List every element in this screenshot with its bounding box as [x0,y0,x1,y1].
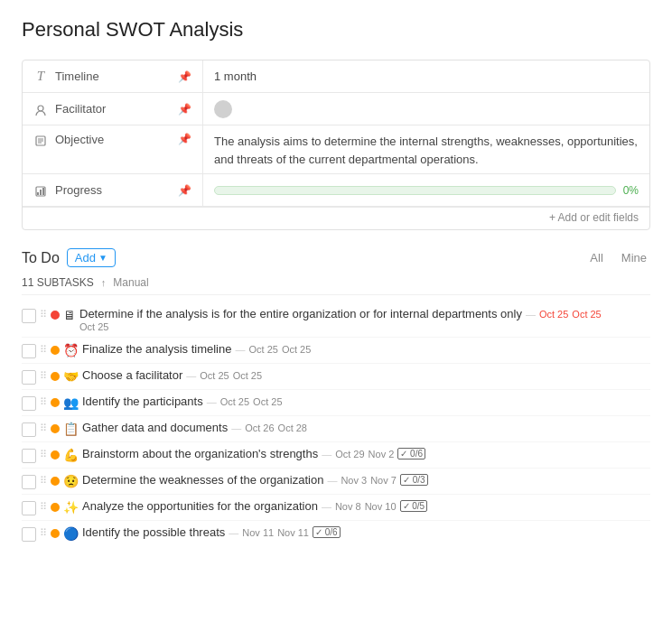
add-button[interactable]: Add ▼ [67,248,116,267]
subtasks-info: 11 SUBTASKS ↑ Manual [22,276,650,295]
subtask-checkbox-info: ✓ 0/6 [313,526,341,538]
status-dot [51,398,60,407]
task-name[interactable]: Finalize the analysis timeline [82,342,231,356]
add-fields-row: + Add or edit fields [23,207,649,229]
task-checkbox[interactable] [22,475,36,489]
table-row: ⠿ ⏰ Finalize the analysis timeline — Oct… [22,338,650,364]
task-emoji: ✨ [63,500,79,515]
subtask-checkbox-info: ✓ 0/3 [400,474,428,486]
task-emoji: 🔵 [63,526,79,541]
separator-icon: — [207,396,217,407]
table-row: ⠿ 🖥 Determine if the analysis is for the… [22,302,650,338]
fields-table: T Timeline 📌 1 month Facilitator 📌 [22,60,650,230]
field-value-timeline: 1 month [203,60,649,92]
task-checkbox[interactable] [22,422,36,437]
separator-icon: — [229,527,238,538]
table-row: ⠿ 🔵 Identify the possible threats — Nov … [22,521,650,546]
drag-handle-icon[interactable]: ⠿ [40,422,47,434]
drag-handle-icon[interactable]: ⠿ [40,501,47,513]
todo-header: To Do Add ▼ All Mine [22,248,650,267]
status-dot [51,311,60,320]
task-checkbox[interactable] [22,309,36,323]
todo-title-area: To Do Add ▼ [22,248,116,267]
sort-arrow-icon: ↑ [101,277,107,288]
task-due-date: Oct 25 [220,396,249,407]
drag-handle-icon[interactable]: ⠿ [40,475,47,487]
task-checkbox[interactable] [22,370,36,385]
drag-handle-icon[interactable]: ⠿ [40,344,47,356]
task-content: Finalize the analysis timeline — Oct 25 … [82,342,650,356]
task-due-date: Oct 25 [200,370,229,381]
field-value-objective: The analysis aims to determine the inter… [203,125,649,173]
task-end-date: Oct 25 [253,396,282,407]
timeline-icon: T [33,69,48,84]
task-checkbox[interactable] [22,501,36,515]
field-label-facilitator: Facilitator 📌 [23,93,203,125]
filter-mine[interactable]: Mine [618,249,650,266]
task-name[interactable]: Determine if the analysis is for the ent… [79,307,522,320]
task-title-line: Determine the weaknesses of the organiza… [82,473,650,487]
task-due-date: Nov 11 [242,527,274,538]
task-second-row: Oct 25 [79,321,650,332]
table-row: ⠿ 📋 Gather data and documents — Oct 26 O… [22,416,650,442]
task-content: Gather data and documents — Oct 26 Oct 2… [82,421,650,434]
status-dot [51,477,60,486]
todo-title: To Do [22,250,60,266]
table-row: ⠿ 🤝 Choose a facilitator — Oct 25 Oct 25 [22,364,650,390]
task-name[interactable]: Determine the weaknesses of the organiza… [82,473,323,487]
drag-handle-icon[interactable]: ⠿ [40,449,47,460]
drag-handle-icon[interactable]: ⠿ [40,527,47,539]
task-emoji: ⏰ [63,343,79,357]
todo-filters: All Mine [586,249,650,266]
pin-icon-facilitator[interactable]: 📌 [178,103,191,116]
field-label-text-objective: Objective [55,133,171,146]
task-checkbox[interactable] [22,344,36,358]
task-content: Determine the weaknesses of the organiza… [82,473,650,487]
task-checkbox[interactable] [22,527,36,542]
task-checkbox[interactable] [22,449,36,463]
task-name[interactable]: Analyze the opportunities for the organi… [82,499,318,513]
task-due-date: Oct 26 [245,422,274,433]
task-emoji: 🖥 [63,308,76,322]
field-label-progress: Progress 📌 [23,174,203,206]
drag-handle-icon[interactable]: ⠿ [40,370,47,382]
field-row-objective: Objective 📌 The analysis aims to determi… [23,125,649,174]
field-label-objective: Objective 📌 [23,125,203,173]
status-dot [51,424,60,433]
task-name[interactable]: Choose a facilitator [82,368,182,382]
status-dot [51,529,60,538]
task-name[interactable]: Identify the possible threats [82,525,225,539]
field-row-timeline: T Timeline 📌 1 month [23,60,649,93]
pin-icon-timeline[interactable]: 📌 [178,70,191,83]
filter-all[interactable]: All [586,249,606,266]
svg-rect-4 [40,190,42,195]
task-end-date: Oct 25 [572,309,601,320]
subtask-checkbox-info: ✓ 0/5 [400,500,428,512]
task-content: Brainstorm about the organization's stre… [82,447,650,460]
svg-point-0 [38,106,43,111]
task-due-date: Nov 3 [341,475,367,486]
task-content: Choose a facilitator — Oct 25 Oct 25 [82,368,650,382]
pin-icon-progress[interactable]: 📌 [178,184,191,197]
separator-icon: — [186,370,196,381]
separator-icon: — [235,344,245,355]
task-end-date: Oct 25 [233,370,262,381]
task-checkbox[interactable] [22,396,36,411]
task-end-date: Nov 7 [370,475,397,486]
add-fields-link[interactable]: + Add or edit fields [549,211,639,224]
drag-handle-icon[interactable]: ⠿ [40,396,47,408]
sort-label[interactable]: Manual [113,276,148,289]
task-name[interactable]: Gather data and documents [82,421,228,434]
field-value-facilitator[interactable] [203,93,649,125]
subtasks-count: 11 SUBTASKS [22,276,94,289]
separator-icon: — [322,449,331,460]
table-row: ⠿ 👥 Identify the participants — Oct 25 O… [22,390,650,416]
field-value-progress: 0% [203,174,649,206]
field-label-text-timeline: Timeline [55,70,171,83]
subtask-checkbox-info: ✓ 0/6 [397,448,425,460]
pin-icon-objective[interactable]: 📌 [178,133,191,145]
task-name[interactable]: Identify the participants [82,395,203,408]
task-title-line: Determine if the analysis is for the ent… [79,307,650,320]
task-name[interactable]: Brainstorm about the organization's stre… [82,447,318,460]
drag-handle-icon[interactable]: ⠿ [40,309,47,320]
